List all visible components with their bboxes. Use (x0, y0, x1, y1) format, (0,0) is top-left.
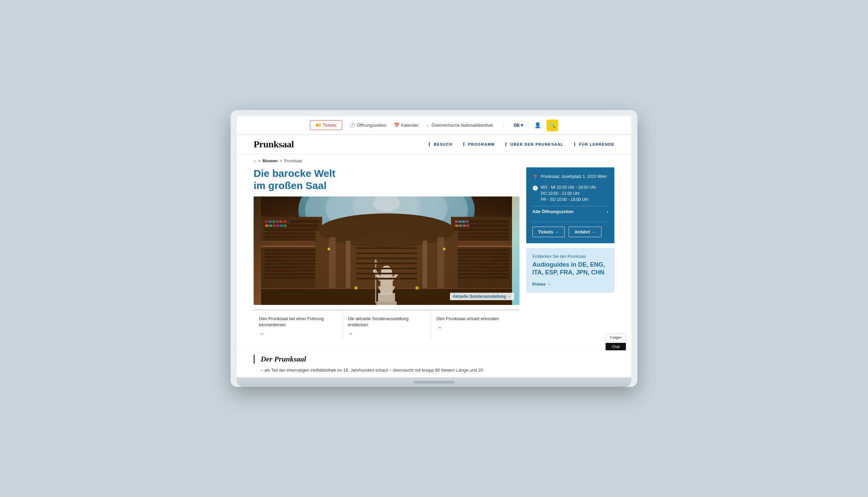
svg-rect-95 (261, 197, 512, 305)
laptop-notch (414, 381, 454, 384)
description-section: Der Prunksaal – als Teil der ehemaligen … (237, 347, 631, 378)
home-icon[interactable]: ⌂ (253, 158, 256, 163)
hours-clock-icon: 🕐 (532, 185, 538, 192)
separator (503, 122, 504, 129)
nav-item-lehrende[interactable]: FÜR LEHRENDE (574, 142, 615, 146)
main-content: Die barocke Welt im großen Saal (237, 167, 631, 347)
site-title: Prunksaal (253, 139, 294, 150)
breadcrumb-sep2: > (280, 158, 282, 163)
audioguide-title: Audioguides in DE, ENG, ITA, ESP, FRA, J… (532, 261, 608, 277)
natlib-link[interactable]: ← Österreichische Nationalbibliothek (426, 123, 493, 128)
breadcrumb-sep1: > (258, 158, 260, 163)
sonderausstellung-link[interactable]: Aktuelle Sonderausstellung → (450, 293, 514, 300)
arrow-left-icon: ← (426, 123, 430, 128)
location-text: Prunksaal, Josefsplatz 1, 1010 Wien (541, 173, 607, 180)
audioguide-box: Entdecken Sie den Prunksaal Audioguides … (526, 248, 615, 293)
tickets-button[interactable]: 🎫 Tickets (310, 120, 343, 130)
content-left: Die barocke Welt im großen Saal (253, 167, 520, 341)
card-fuehrung-arrow: → (259, 331, 337, 337)
chevron-right-icon: › (607, 209, 608, 214)
opening-hours-link[interactable]: 🕐 Öffnungszeiten (349, 123, 386, 128)
folgen-button[interactable]: Folgen (606, 333, 626, 341)
search-icon: 🔍 (549, 122, 556, 128)
sonderausstellung-text: Aktuelle Sonderausstellung → (453, 294, 511, 299)
card-virtuell-arrow: → (436, 325, 514, 331)
card-fuehrung-text: Den Prunksaal bei einer Führung kennenle… (259, 316, 337, 328)
language-label: DE (514, 123, 520, 128)
card-virtuell-text: Den Prunksaal virtuell erkunden (436, 316, 514, 322)
hours-text: MO - MI 10:00 Uhr - 18:00 Uhr DO 10:00 -… (541, 184, 596, 203)
content-right: 📍 Prunksaal, Josefsplatz 1, 1010 Wien 🕐 … (526, 167, 615, 341)
clock-icon: 🕐 (349, 123, 355, 128)
natlib-label: Österreichische Nationalbibliothek (432, 123, 493, 128)
card-sonderausstellung[interactable]: Die aktuelle Sonderausstellung entdecken… (343, 310, 431, 341)
card-virtuell[interactable]: Den Prunksaal virtuell erkunden → (431, 310, 520, 341)
breadcrumb-current: Prunksaal (284, 158, 302, 163)
hero-title-line2: im großen Saal (253, 180, 327, 191)
hero-title: Die barocke Welt im großen Saal (253, 167, 520, 192)
audioguide-discover: Entdecken Sie den Prunksaal (532, 254, 608, 259)
anfahrt-btn[interactable]: Anfahrt → (569, 227, 602, 237)
card-fuehrung[interactable]: Den Prunksaal bei einer Führung kennenle… (253, 310, 343, 341)
description-text: – als Teil der ehemaligen Hofbibliothek … (253, 367, 615, 374)
nav-bar: Prunksaal BESUCH PROGRAMM ÜBER DEN PRUNK… (237, 135, 631, 155)
hours-line1: MO - MI 10:00 Uhr - 18:00 Uhr (541, 184, 596, 190)
search-button[interactable]: 🔍 (547, 119, 558, 131)
chat-button[interactable]: Chat (606, 343, 626, 350)
all-hours-link[interactable]: Alle Öffnungszeiten › (532, 206, 608, 217)
calendar-label: Kalender (401, 123, 419, 128)
separator2 (528, 122, 529, 129)
hours-row: 🕐 MO - MI 10:00 Uhr - 18:00 Uhr DO 10:00… (532, 184, 608, 203)
top-bar: 🎫 Tickets 🕐 Öffnungszeiten 📅 Kalender ← … (237, 116, 631, 135)
top-bar-right: DE ▾ 👤 🔍 (514, 119, 558, 131)
hours-line3: FR - SO 10:00 - 18:00 Uhr (541, 197, 596, 203)
opening-hours-label: Öffnungszeiten (357, 123, 386, 128)
info-box: 📍 Prunksaal, Josefsplatz 1, 1010 Wien 🕐 … (526, 167, 615, 243)
tickets-btn[interactable]: Tickets → (532, 227, 565, 237)
laptop-base (237, 378, 631, 387)
calendar-link[interactable]: 📅 Kalender (394, 123, 419, 128)
tickets-label: Tickets (323, 123, 337, 128)
main-nav: BESUCH PROGRAMM ÜBER DEN PRUNKSAAL FÜR L… (429, 142, 615, 146)
user-icon[interactable]: 👤 (534, 122, 541, 128)
card-sonderausstellung-arrow: → (348, 331, 426, 337)
location-icon: 📍 (532, 174, 538, 181)
folgen-label: Folgen (610, 336, 621, 339)
nav-item-programm[interactable]: PROGRAMM (464, 142, 495, 146)
ticket-icon: 🎫 (316, 123, 321, 128)
hero-title-line1: Die barocke Welt (253, 168, 335, 179)
calendar-icon: 📅 (394, 123, 399, 128)
nav-item-besuch[interactable]: BESUCH (429, 142, 452, 146)
audioguide-price-link[interactable]: Preise → (532, 282, 608, 287)
price-link-text: Preise → (532, 282, 551, 287)
location-row: 📍 Prunksaal, Josefsplatz 1, 1010 Wien (532, 173, 608, 181)
card-sonderausstellung-text: Die aktuelle Sonderausstellung entdecken (348, 316, 426, 328)
anfahrt-btn-label: Anfahrt → (574, 229, 596, 235)
chat-label: Chat (612, 344, 620, 349)
tickets-btn-label: Tickets → (538, 229, 559, 235)
description-title: Der Prunksaal (253, 355, 615, 364)
all-hours-text: Alle Öffnungszeiten (532, 209, 574, 214)
chevron-down-icon: ▾ (521, 123, 523, 128)
top-bar-left: 🎫 Tickets 🕐 Öffnungszeiten 📅 Kalender ← … (310, 120, 493, 130)
breadcrumb-museen[interactable]: Museen (262, 158, 278, 163)
info-box-buttons: Tickets → Anfahrt → (532, 222, 608, 237)
language-selector[interactable]: DE ▾ (514, 123, 523, 128)
hours-line2: DO 10:00 - 21:00 Uhr (541, 190, 596, 197)
hero-image: Aktuelle Sonderausstellung → (253, 197, 520, 305)
cards-row: Den Prunksaal bei einer Führung kennenle… (253, 310, 520, 341)
floating-buttons: Folgen Chat (606, 333, 626, 350)
nav-item-ueber[interactable]: ÜBER DEN PRUNKSAAL (506, 142, 564, 146)
breadcrumb: ⌂ > Museen > Prunksaal (237, 155, 631, 167)
